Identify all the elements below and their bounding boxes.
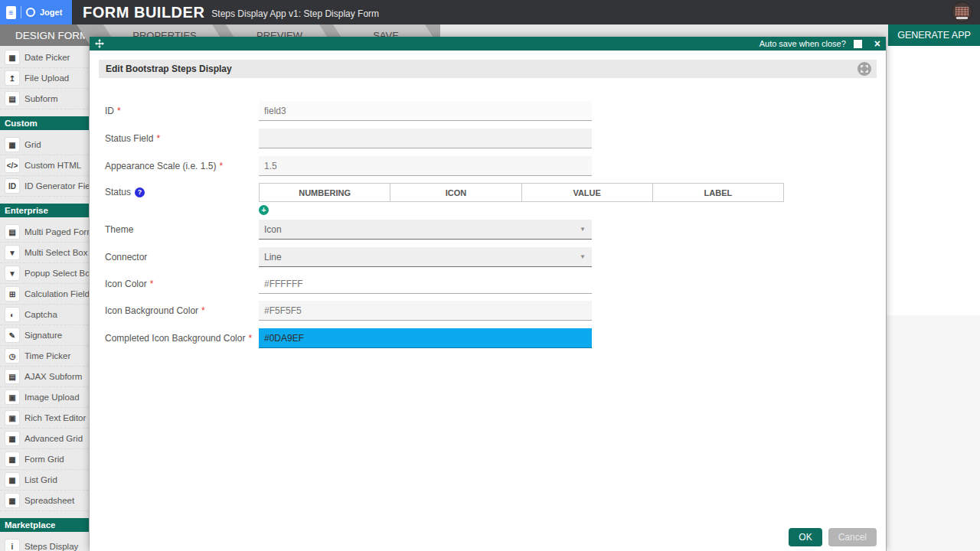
field-row-id: ID* field3: [105, 101, 592, 121]
sidebar-item-label: Image Upload: [24, 393, 80, 402]
sidebar-item-id-generator-field[interactable]: ID ID Generator Field: [0, 176, 89, 197]
sidebar-item-steps-display[interactable]: i Steps Display: [0, 536, 89, 551]
theme-selected-value: Icon: [264, 224, 282, 235]
divider: [21, 6, 21, 18]
page-title: FORM BUILDER: [83, 4, 204, 21]
joget-logo[interactable]: ≡ Joget: [0, 0, 72, 24]
sidebar-item-label: Subform: [24, 94, 57, 103]
status-column-header: NUMBERING: [260, 184, 390, 201]
table-icon: ▦: [5, 138, 19, 152]
sidebar-item-label: File Upload: [24, 73, 69, 83]
sidebar-item-multi-select-box[interactable]: ▼ Multi Select Box: [0, 243, 89, 263]
field-row-status-field: Status Field*: [105, 129, 592, 148]
avatar-image: [956, 7, 969, 16]
table-icon: ▦: [5, 452, 19, 466]
required-asterisk: *: [156, 133, 160, 144]
sidebar-item-label: AJAX Subform: [24, 372, 82, 381]
sidebar-item-spreadsheet[interactable]: ▦ Spreadsheet: [0, 491, 89, 511]
dialog-footer: OK Cancel: [789, 528, 877, 546]
file-icon: ▤: [5, 370, 19, 383]
clock-icon: ◷: [5, 349, 19, 363]
sidebar-item-list-grid[interactable]: ▦ List Grid: [0, 470, 89, 491]
sidebar-section-custom[interactable]: Custom: [0, 116, 89, 130]
completed-icon-background-color-input[interactable]: #0DA9EF: [259, 328, 592, 348]
calendar-icon: ▦: [5, 51, 19, 64]
sidebar-item-calculation-field[interactable]: ⊞ Calculation Field: [0, 284, 89, 305]
field-row-connector: Connector Line ▼: [105, 247, 592, 267]
richtext-icon: ▣: [5, 411, 19, 425]
sidebar-item-ajax-subform[interactable]: ▤ AJAX Subform: [0, 367, 89, 387]
pages-icon: ▤: [5, 225, 19, 239]
sidebar-item-label: ID Generator Field: [24, 181, 90, 191]
icon-background-color-input[interactable]: #F5F5F5: [259, 301, 592, 321]
table-icon: ▦: [5, 473, 19, 487]
page-subtitle: Steps Display App v1: Step Display Form: [211, 8, 379, 19]
connector-select[interactable]: Line ▼: [259, 247, 592, 267]
sidebar-item-label: Date Picker: [24, 53, 70, 62]
field-label: Icon Color: [105, 279, 147, 289]
sidebar-section-enterprise[interactable]: Enterprise: [0, 204, 89, 217]
select-box-icon: ▼: [5, 246, 19, 259]
icon-color-input[interactable]: #FFFFFF: [259, 274, 592, 294]
required-asterisk: *: [248, 333, 252, 344]
add-row-icon[interactable]: +: [259, 205, 269, 215]
avatar-caption: [956, 17, 968, 19]
field-row-icon-color: Icon Color* #FFFFFF: [105, 274, 592, 294]
theme-select[interactable]: Icon ▼: [259, 220, 592, 240]
top-bar: ≡ Joget FORM BUILDER Steps Display App v…: [0, 0, 980, 24]
sidebar-item-file-upload[interactable]: ↥ File Upload: [0, 68, 89, 89]
field-label: Connector: [105, 252, 147, 262]
field-label: ID: [105, 106, 114, 116]
upload-icon: ↥: [5, 71, 19, 85]
sidebar-item-date-picker[interactable]: ▦ Date Picker: [0, 47, 89, 68]
sidebar-item-label: Time Picker: [24, 351, 70, 360]
field-row-status: Status? NUMBERING ICON VALUE LABEL +: [105, 183, 784, 215]
field-label: Status: [105, 187, 131, 197]
tab-design-form[interactable]: DESIGN FORM: [0, 24, 90, 46]
table-icon: ▦: [5, 432, 19, 445]
id-input[interactable]: field3: [259, 101, 592, 121]
sidebar-item-rich-text-editor[interactable]: ▣ Rich Text Editor: [0, 408, 89, 429]
field-row-theme: Theme Icon ▼: [105, 220, 592, 240]
sidebar-item-subform[interactable]: ▤ Subform: [0, 89, 89, 109]
info-icon: i: [5, 540, 19, 551]
status-column-header: LABEL: [653, 184, 783, 201]
sidebar-item-custom-html[interactable]: </> Custom HTML: [0, 155, 89, 176]
help-icon[interactable]: ?: [135, 187, 145, 197]
sidebar-item-label: Grid: [24, 140, 41, 149]
cancel-button[interactable]: Cancel: [828, 528, 877, 546]
sidebar-item-time-picker[interactable]: ◷ Time Picker: [0, 346, 89, 367]
form-canvas-strip: [886, 46, 980, 551]
joget-brand-text: Joget: [40, 8, 62, 17]
sidebar-item-signature[interactable]: ✎ Signature: [0, 325, 89, 346]
sidebar-item-label: Steps Display: [24, 542, 78, 551]
canvas-lower-area: [887, 315, 980, 551]
sidebar-item-image-upload[interactable]: ▣ Image Upload: [0, 387, 89, 408]
generate-app-button[interactable]: GENERATE APP: [888, 24, 980, 46]
sidebar-item-popup-select-box[interactable]: ▼ Popup Select Box: [0, 263, 89, 284]
sidebar-item-label: Multi Select Box: [24, 248, 87, 257]
ok-button[interactable]: OK: [789, 528, 822, 546]
avatar[interactable]: [952, 2, 972, 22]
sidebar-section-marketplace[interactable]: Marketplace: [0, 518, 89, 532]
status-grid-table: NUMBERING ICON VALUE LABEL: [259, 183, 784, 202]
appearance-scale-input[interactable]: 1.5: [259, 156, 592, 176]
field-row-appearance-scale: Appearance Scale (i.e. 1.5)* 1.5: [105, 156, 592, 176]
status-column-header: VALUE: [522, 184, 653, 201]
chevron-down-icon: ▼: [580, 253, 586, 260]
sidebar-item-advanced-grid[interactable]: ▦ Advanced Grid: [0, 429, 89, 449]
status-field-input[interactable]: [259, 129, 592, 148]
sidebar-item-form-grid[interactable]: ▦ Form Grid: [0, 449, 89, 470]
sidebar-item-label: Calculation Field: [24, 289, 90, 298]
sidebar-item-label: Captcha: [24, 310, 57, 319]
sidebar-item-label: Multi Paged Form: [24, 227, 90, 236]
sidebar-item-captcha[interactable]: ◐ Captcha: [0, 305, 89, 325]
sidebar-item-label: Custom HTML: [24, 161, 81, 170]
edit-steps-display-dialog: Auto save when close? × Edit Bootstrap S…: [90, 37, 886, 551]
sidebar-item-label: Custom: [5, 119, 38, 128]
sidebar-item-label: Enterprise: [5, 206, 48, 215]
image-icon: ▣: [5, 390, 19, 404]
field-label: Theme: [105, 224, 133, 235]
sidebar-item-grid[interactable]: ▦ Grid: [0, 135, 89, 155]
sidebar-item-multi-paged-form[interactable]: ▤ Multi Paged Form: [0, 222, 89, 243]
